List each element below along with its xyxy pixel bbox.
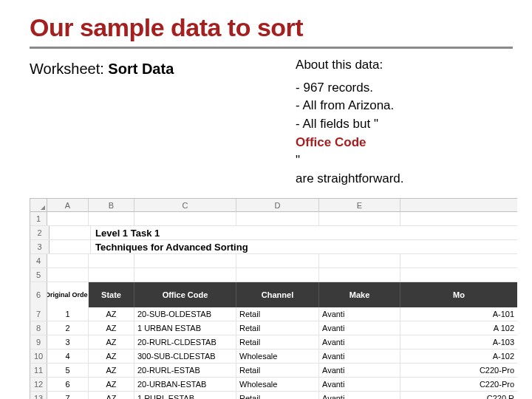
- title-underline: [30, 47, 513, 49]
- row-number[interactable]: 10: [30, 349, 47, 363]
- cell-model[interactable]: C220-Pro: [400, 364, 517, 377]
- cell-model[interactable]: A-103: [400, 335, 517, 349]
- spreadsheet: A B C D E 1 2 Level 1 Task 1 3 Technique…: [30, 198, 517, 399]
- hdr-office-code: Office Code: [134, 282, 236, 307]
- sheet-row: 5: [30, 268, 517, 282]
- cell-model[interactable]: A 102: [400, 321, 517, 335]
- bullet-1: - 967 records.: [296, 79, 513, 98]
- cell-order[interactable]: 6: [47, 378, 89, 391]
- cell-model[interactable]: A-101: [400, 307, 517, 321]
- about-heading: About this data:: [296, 56, 513, 75]
- cell-make[interactable]: Avanti: [319, 364, 400, 377]
- cell-channel[interactable]: Retail: [236, 321, 319, 335]
- col-C[interactable]: C: [134, 199, 236, 211]
- cell-channel[interactable]: Wholesale: [236, 378, 319, 391]
- cell-order[interactable]: 5: [47, 364, 89, 377]
- table-row: 104AZ300-SUB-CLDESTABWholesaleAvantiA-10…: [30, 349, 517, 364]
- right-column: About this data: - 967 records. - All fr…: [296, 56, 513, 188]
- cell-model[interactable]: C220-Pro: [400, 378, 517, 391]
- about-bullets: - 967 records. - All from Arizona. - All…: [296, 79, 513, 188]
- cell-order[interactable]: 2: [47, 321, 89, 335]
- row-number[interactable]: 13: [30, 392, 47, 399]
- cell-state[interactable]: AZ: [89, 335, 134, 349]
- row-number[interactable]: 7: [30, 307, 47, 321]
- hdr-model: Mo: [400, 282, 517, 307]
- hdr-state: State: [89, 282, 134, 307]
- bullet-4: are straightforward.: [296, 170, 513, 188]
- row-number[interactable]: 5: [30, 268, 47, 282]
- cell-state[interactable]: AZ: [89, 321, 134, 335]
- table-row: 93AZ20-RURL-CLDESTABRetailAvantiA-103: [30, 335, 517, 349]
- row-number[interactable]: 3: [30, 240, 50, 253]
- cell-state[interactable]: AZ: [89, 378, 134, 391]
- column-header-row: A B C D E: [30, 199, 517, 212]
- cell-office-code[interactable]: 20-RURL-ESTAB: [134, 364, 236, 377]
- row-number[interactable]: 9: [30, 335, 47, 349]
- cell-office-code[interactable]: 1 URBAN ESTAB: [134, 321, 236, 335]
- cell-channel[interactable]: Retail: [236, 307, 319, 321]
- worksheet-label: Worksheet: Sort Data: [30, 61, 281, 78]
- sheet-row: 1: [30, 212, 517, 226]
- cell-order[interactable]: 7: [47, 392, 89, 399]
- cell-channel[interactable]: Retail: [236, 392, 319, 399]
- row-number[interactable]: 12: [30, 378, 47, 391]
- cell-order[interactable]: 1: [47, 307, 89, 321]
- col-A[interactable]: A: [47, 199, 89, 211]
- column-letters: A B C D E: [47, 199, 517, 211]
- row-number[interactable]: 4: [30, 254, 47, 267]
- sheet-title-1: Level 1 Task 1: [91, 226, 517, 239]
- bullet-2: - All from Arizona.: [296, 97, 513, 115]
- table-row: 126AZ20-URBAN-ESTABWholesaleAvantiC220-P…: [30, 378, 517, 392]
- cell-channel[interactable]: Retail: [236, 335, 319, 349]
- row-number[interactable]: 6: [30, 282, 47, 307]
- sheet-row: 3 Techniques for Advanced Sorting: [30, 240, 517, 254]
- cell-make[interactable]: Avanti: [319, 321, 400, 335]
- hdr-make: Make: [319, 282, 400, 307]
- hdr-channel: Channel: [236, 282, 319, 307]
- table-row: 115AZ20-RURL-ESTABRetailAvantiC220-Pro: [30, 364, 517, 378]
- worksheet-name: Sort Data: [108, 61, 174, 77]
- sheet-row: 4: [30, 254, 517, 268]
- content-columns: Worksheet: Sort Data About this data: - …: [30, 56, 513, 188]
- sheet-row: 2 Level 1 Task 1: [30, 226, 517, 240]
- row-number[interactable]: 8: [30, 321, 47, 335]
- cell-make[interactable]: Avanti: [319, 307, 400, 321]
- cell-order[interactable]: 3: [47, 335, 89, 349]
- cell-channel[interactable]: Retail: [236, 364, 319, 377]
- col-E[interactable]: E: [319, 199, 400, 211]
- cell-model[interactable]: C220 R: [400, 392, 517, 399]
- col-D[interactable]: D: [236, 199, 319, 211]
- cell-office-code[interactable]: 20-RURL-CLDESTAB: [134, 335, 236, 349]
- row-number[interactable]: 2: [30, 226, 50, 239]
- table-row: 82AZ1 URBAN ESTABRetailAvantiA 102: [30, 321, 517, 335]
- worksheet-label-text: Worksheet:: [30, 61, 108, 77]
- cell-make[interactable]: Avanti: [319, 378, 400, 391]
- bullet-3: - All fields but "Office Code": [296, 115, 513, 170]
- hdr-original-order: Original Order: [47, 282, 89, 307]
- cell-model[interactable]: A-102: [400, 349, 517, 363]
- table-row: 71AZ20-SUB-OLDESTABRetailAvantiA-101: [30, 307, 517, 321]
- cell-make[interactable]: Avanti: [319, 335, 400, 349]
- cell-make[interactable]: Avanti: [319, 392, 400, 399]
- cell-office-code[interactable]: 1 RURL ESTAB: [134, 392, 236, 399]
- office-code-emphasis: Office Code: [296, 134, 513, 152]
- left-column: Worksheet: Sort Data: [30, 56, 281, 188]
- row-number[interactable]: 11: [30, 364, 47, 377]
- col-B[interactable]: B: [89, 199, 134, 211]
- cell-order[interactable]: 4: [47, 349, 89, 363]
- sheet-title-2: Techniques for Advanced Sorting: [91, 240, 517, 253]
- cell-state[interactable]: AZ: [89, 349, 134, 363]
- cell-office-code[interactable]: 20-SUB-OLDESTAB: [134, 307, 236, 321]
- slide-title: Our sample data to sort: [30, 13, 513, 42]
- row-number[interactable]: 1: [30, 212, 47, 225]
- cell-office-code[interactable]: 20-URBAN-ESTAB: [134, 378, 236, 391]
- cell-office-code[interactable]: 300-SUB-CLDESTAB: [134, 349, 236, 363]
- select-all-cell[interactable]: [30, 199, 47, 211]
- cell-state[interactable]: AZ: [89, 364, 134, 377]
- cell-state[interactable]: AZ: [89, 307, 134, 321]
- table-row: 137AZ1 RURL ESTABRetailAvantiC220 R: [30, 392, 517, 399]
- col-F[interactable]: [400, 199, 517, 211]
- cell-make[interactable]: Avanti: [319, 349, 400, 363]
- cell-channel[interactable]: Wholesale: [236, 349, 319, 363]
- cell-state[interactable]: AZ: [89, 392, 134, 399]
